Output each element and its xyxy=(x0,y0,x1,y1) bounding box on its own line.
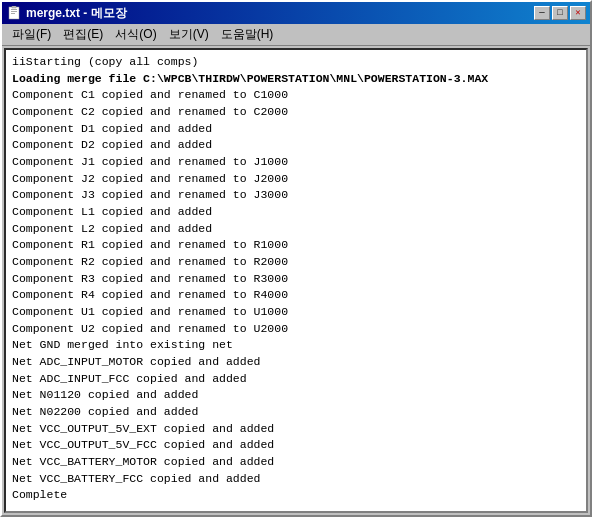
svg-rect-1 xyxy=(11,9,17,10)
svg-rect-4 xyxy=(12,6,16,8)
text-line: Component R3 copied and renamed to R3000 xyxy=(12,272,288,285)
text-line: Component U1 copied and renamed to U1000 xyxy=(12,305,288,318)
text-line: Component C2 copied and renamed to C2000 xyxy=(12,105,288,118)
text-line: Net N01120 copied and added xyxy=(12,388,198,401)
menu-bar: 파일(F)편집(E)서식(O)보기(V)도움말(H) xyxy=(2,24,590,46)
text-line: Loading merge file C:\WPCB\THIRDW\POWERS… xyxy=(12,72,488,85)
title-buttons: ─ □ ✕ xyxy=(534,6,586,20)
file-menu[interactable]: 파일(F) xyxy=(6,24,57,45)
text-line: Component J2 copied and renamed to J2000 xyxy=(12,172,288,185)
text-line: Complete xyxy=(12,488,67,501)
text-line: Component D1 copied and added xyxy=(12,122,212,135)
text-line: Component R1 copied and renamed to R1000 xyxy=(12,238,288,251)
text-line: iiStarting (copy all comps) xyxy=(12,55,198,68)
window-title: merge.txt - 메모장 xyxy=(26,5,127,22)
format-menu[interactable]: 서식(O) xyxy=(109,24,162,45)
text-line: Component U2 copied and renamed to U2000 xyxy=(12,322,288,335)
text-editor[interactable]: iiStarting (copy all comps) Loading merg… xyxy=(6,50,586,511)
text-line: Component R2 copied and renamed to R2000 xyxy=(12,255,288,268)
view-menu[interactable]: 보기(V) xyxy=(163,24,215,45)
text-line: Component L1 copied and added xyxy=(12,205,212,218)
text-line: Net ADC_INPUT_MOTOR copied and added xyxy=(12,355,260,368)
main-window: merge.txt - 메모장 ─ □ ✕ 파일(F)편집(E)서식(O)보기(… xyxy=(0,0,592,517)
text-line: Net VCC_OUTPUT_5V_EXT copied and added xyxy=(12,422,274,435)
text-line: Component J1 copied and renamed to J1000 xyxy=(12,155,288,168)
help-menu[interactable]: 도움말(H) xyxy=(215,24,280,45)
text-line: Net VCC_OUTPUT_5V_FCC copied and added xyxy=(12,438,274,451)
svg-rect-2 xyxy=(11,11,17,12)
notepad-icon xyxy=(6,5,22,21)
close-button[interactable]: ✕ xyxy=(570,6,586,20)
maximize-button[interactable]: □ xyxy=(552,6,568,20)
text-line: Component C1 copied and renamed to C1000 xyxy=(12,88,288,101)
text-line: Component D2 copied and added xyxy=(12,138,212,151)
minimize-button[interactable]: ─ xyxy=(534,6,550,20)
text-line: Net N02200 copied and added xyxy=(12,405,198,418)
text-line: Component J3 copied and renamed to J3000 xyxy=(12,188,288,201)
text-line: Component R4 copied and renamed to R4000 xyxy=(12,288,288,301)
edit-menu[interactable]: 편집(E) xyxy=(57,24,109,45)
text-line: Component L2 copied and added xyxy=(12,222,212,235)
text-line: Net VCC_BATTERY_FCC copied and added xyxy=(12,472,260,485)
text-line: Net GND merged into existing net xyxy=(12,338,233,351)
content-area: iiStarting (copy all comps) Loading merg… xyxy=(4,48,588,513)
title-bar: merge.txt - 메모장 ─ □ ✕ xyxy=(2,2,590,24)
title-bar-left: merge.txt - 메모장 xyxy=(6,5,127,22)
text-line: Net VCC_BATTERY_MOTOR copied and added xyxy=(12,455,274,468)
svg-rect-3 xyxy=(11,13,15,14)
text-line: Net ADC_INPUT_FCC copied and added xyxy=(12,372,247,385)
